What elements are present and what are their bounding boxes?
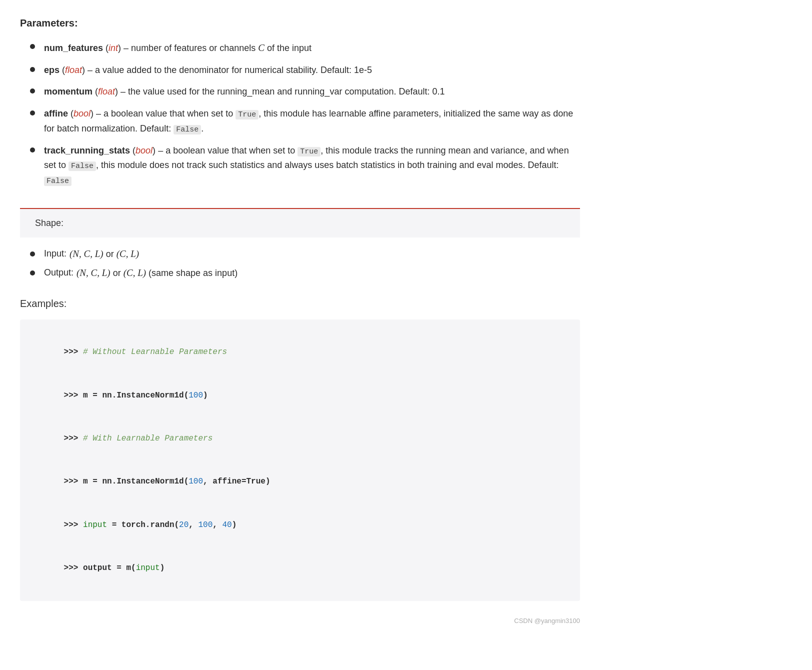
- bullet-icon: [30, 67, 35, 72]
- prompt: >>>: [64, 564, 78, 572]
- param-desc: – the value used for the running_mean an…: [120, 86, 444, 96]
- parameters-section: Parameters: num_features (int) – number …: [20, 15, 580, 188]
- shape-input-label: Input:: [44, 246, 66, 261]
- param-paren-close: ): [115, 86, 118, 96]
- param-name: momentum: [44, 86, 92, 96]
- param-name: track_running_stats: [44, 146, 130, 156]
- param-paren-close: ): [90, 108, 94, 118]
- param-type: bool: [74, 108, 90, 118]
- code-false: False: [68, 162, 96, 171]
- code-true: True: [298, 147, 320, 156]
- code-line: >>> # With Learnable Parameters: [35, 417, 565, 460]
- param-type: int: [108, 43, 118, 53]
- code-text: input = torch.randn(20, 100, 40): [78, 520, 236, 530]
- param-name: affine: [44, 108, 68, 118]
- code-comment: # Without Learnable Parameters: [78, 348, 227, 356]
- code-true: True: [236, 110, 258, 120]
- code-block: >>> # Without Learnable Parameters >>> m…: [20, 320, 580, 600]
- code-line: >>> # Without Learnable Parameters: [35, 330, 565, 374]
- code-line: >>> m = nn.InstanceNorm1d(100, affine=Tr…: [35, 460, 565, 504]
- param-desc: – a boolean value that when set to True,…: [44, 108, 573, 134]
- list-item: num_features (int) – number of features …: [30, 40, 580, 56]
- code-false: False: [174, 125, 201, 134]
- param-desc: – a value added to the denominator for n…: [88, 65, 372, 75]
- param-name: num_features: [44, 43, 103, 53]
- list-item: Output: (N, C, L) or (C, L) (same shape …: [30, 266, 580, 280]
- param-paren-close: ): [82, 65, 85, 75]
- prompt: >>>: [64, 348, 78, 356]
- list-item: affine (bool) – a boolean value that whe…: [30, 106, 580, 136]
- code-false2: False: [44, 176, 72, 186]
- prompt: >>>: [64, 520, 78, 530]
- shape-box: Shape:: [20, 209, 580, 238]
- shape-output-label: Output:: [44, 266, 74, 280]
- prompt: >>>: [64, 391, 78, 400]
- code-line: >>> m = nn.InstanceNorm1d(100): [35, 374, 565, 417]
- shape-label: Shape:: [35, 218, 64, 228]
- param-type: float: [65, 65, 82, 75]
- param-desc: – number of features or channels C of th…: [124, 43, 312, 53]
- bullet-icon: [30, 148, 35, 152]
- code-comment: # With Learnable Parameters: [78, 434, 212, 443]
- bullet-icon: [30, 270, 35, 276]
- code-line: >>> output = m(input): [35, 546, 565, 590]
- shape-input-formula: (N, C, L) or (C, L): [70, 246, 139, 262]
- prompt: >>>: [64, 477, 78, 486]
- param-type: bool: [136, 146, 152, 156]
- parameters-heading: Parameters:: [20, 15, 580, 31]
- list-item: track_running_stats (bool) – a boolean v…: [30, 144, 580, 188]
- examples-heading: Examples:: [20, 296, 580, 312]
- code-text: m = nn.InstanceNorm1d(100, affine=True): [78, 477, 270, 486]
- param-name: eps: [44, 65, 60, 75]
- param-paren-close: ): [118, 43, 121, 53]
- footer-note: CSDN @yangmin3100: [20, 616, 580, 626]
- code-text: m = nn.InstanceNorm1d(100): [78, 391, 208, 400]
- bullet-icon: [30, 88, 35, 94]
- examples-section: Examples: >>> # Without Learnable Parame…: [20, 296, 580, 600]
- shape-output-formula: (N, C, L) or (C, L) (same shape as input…: [76, 266, 238, 280]
- bullet-icon: [30, 252, 35, 256]
- code-text: output = m(input): [78, 564, 164, 572]
- param-type: float: [98, 86, 115, 96]
- prompt: >>>: [64, 434, 78, 443]
- code-line: >>> input = torch.randn(20, 100, 40): [35, 504, 565, 546]
- bullet-icon: [30, 44, 35, 49]
- bullet-icon: [30, 110, 35, 116]
- parameter-list: num_features (int) – number of features …: [30, 40, 580, 188]
- list-item: eps (float) – a value added to the denom…: [30, 63, 580, 78]
- param-paren-close: ): [152, 146, 156, 156]
- list-item: Input: (N, C, L) or (C, L): [30, 246, 580, 262]
- shape-section: Shape: Input: (N, C, L) or (C, L) Output…: [20, 209, 580, 281]
- shape-list: Input: (N, C, L) or (C, L) Output: (N, C…: [30, 246, 580, 281]
- list-item: momentum (float) – the value used for th…: [30, 84, 580, 100]
